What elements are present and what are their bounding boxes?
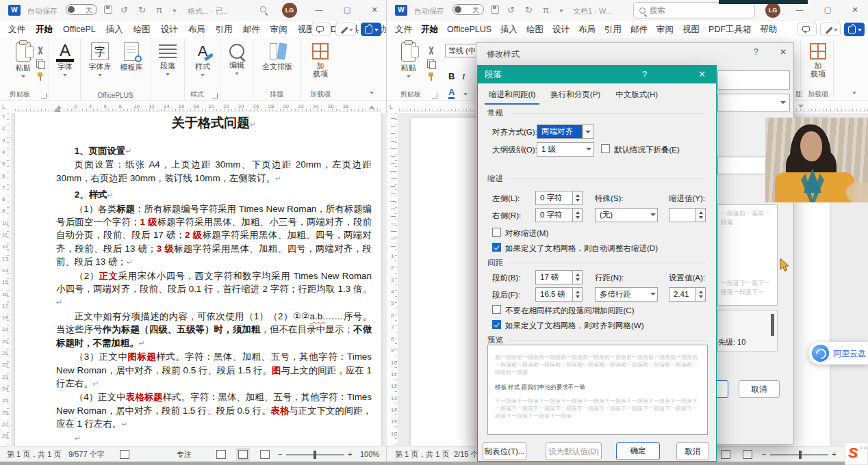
menu-tab[interactable]: 邮件: [243, 21, 260, 40]
indent-by-spinner[interactable]: [696, 208, 706, 222]
save-icon[interactable]: [491, 5, 499, 14]
menu-tab[interactable]: 帮助: [761, 21, 778, 40]
addins-button[interactable]: 加 载项: [806, 42, 830, 78]
cancel-button[interactable]: 取消: [676, 442, 709, 460]
equation-icon[interactable]: π: [543, 5, 549, 15]
format-painter-icon[interactable]: [426, 72, 436, 81]
share-button[interactable]: [361, 23, 381, 36]
word-count[interactable]: 2/15 个: [454, 447, 478, 462]
style-name-input[interactable]: [717, 70, 790, 90]
zoom-level[interactable]: 100%: [360, 447, 379, 462]
ribbon-collapse-icon[interactable]: [852, 92, 856, 94]
paragraph-button[interactable]: 段落: [156, 42, 179, 78]
cut-icon[interactable]: [426, 46, 436, 55]
ok-button[interactable]: 确定: [616, 442, 660, 460]
menu-tab[interactable]: 插入: [106, 21, 123, 40]
bold-button[interactable]: B: [448, 71, 455, 81]
space-after-spinner[interactable]: [573, 287, 583, 302]
avatar[interactable]: LG: [282, 3, 297, 18]
menu-tab[interactable]: PDF工具箱: [709, 21, 752, 40]
line-spacing-select[interactable]: 多倍行距: [595, 287, 658, 302]
maximize-button[interactable]: ▢: [815, 0, 840, 20]
menu-tab[interactable]: 插入: [500, 21, 518, 40]
horizontal-ruler[interactable]: 2468101214161820222426283032343638: [15, 103, 381, 112]
close-button[interactable]: ✕: [780, 47, 787, 57]
menu-tab[interactable]: 引用: [216, 21, 233, 40]
font-name-select[interactable]: 等线 (中: [445, 44, 477, 57]
dialog-tab[interactable]: 换行和分页(P): [546, 88, 604, 105]
read-mode-icon[interactable]: [216, 450, 226, 459]
paragraph-dialog-titlebar[interactable]: 段落 ? ✕: [478, 66, 716, 83]
menu-tab[interactable]: 设计: [161, 21, 178, 40]
undo-icon[interactable]: ↺: [507, 5, 515, 15]
vertical-ruler[interactable]: 12345678910111213141516: [388, 113, 398, 446]
share-button[interactable]: [844, 23, 865, 36]
space-after-input[interactable]: 16.5 磅: [535, 287, 573, 302]
comment-button[interactable]: [311, 23, 331, 36]
accessibility-icon[interactable]: [743, 450, 752, 459]
line-at-spinner[interactable]: [696, 287, 706, 302]
line-at-input[interactable]: 2.41: [669, 287, 696, 302]
indent-by-input[interactable]: [669, 208, 696, 222]
font-button[interactable]: A 字体: [55, 42, 75, 79]
menu-tab[interactable]: 绘图: [526, 21, 544, 40]
font-library-button[interactable]: 字 字体库: [85, 42, 115, 79]
close-button[interactable]: ✕: [843, 0, 867, 20]
draw-button[interactable]: [335, 23, 356, 36]
document-page[interactable]: 关于格式问题↵1、页面设置↵页面设置：纸张 A4，上页边距 30mm、下页边距 …: [15, 113, 381, 446]
tabs-button[interactable]: 制表位(T)...: [483, 442, 526, 460]
alignment-select[interactable]: 两端对齐: [537, 124, 583, 139]
horizontal-ruler[interactable]: [793, 103, 868, 112]
maximize-button[interactable]: ▢: [335, 0, 359, 20]
undo-icon[interactable]: ↺: [120, 5, 128, 15]
italic-button[interactable]: I: [462, 71, 465, 82]
zoom-out[interactable]: −: [278, 447, 282, 462]
chevron-down-icon[interactable]: [173, 10, 177, 12]
menu-tab[interactable]: 布局: [578, 21, 596, 40]
zoom-in[interactable]: +: [348, 447, 352, 462]
cut-icon[interactable]: [36, 46, 45, 55]
space-before-input[interactable]: 17 磅: [535, 270, 573, 284]
space-before-spinner[interactable]: [573, 270, 583, 284]
close-button[interactable]: ✕: [362, 0, 387, 20]
dialog-launcher-icon[interactable]: [41, 93, 47, 98]
zoom-slider[interactable]: [770, 454, 828, 455]
cancel-button[interactable]: 取消: [739, 380, 780, 398]
template-library-button[interactable]: 模板库: [116, 42, 146, 71]
indent-marker-icon[interactable]: [56, 105, 62, 109]
print-layout-icon[interactable]: [238, 450, 248, 459]
style-dropdown[interactable]: [717, 94, 790, 111]
chevron-down-icon[interactable]: [463, 93, 468, 96]
menu-tab[interactable]: 文件: [8, 21, 25, 40]
menu-tab[interactable]: OfficePL: [63, 21, 96, 40]
search-input[interactable]: 搜索: [633, 2, 755, 18]
proofing-icon[interactable]: [120, 450, 129, 459]
zoom-in[interactable]: +: [832, 447, 836, 462]
menu-tab[interactable]: 邮件: [630, 21, 648, 40]
right-indent-icon[interactable]: [369, 105, 374, 109]
copy-icon[interactable]: [426, 59, 436, 68]
zoom-slider-thumb[interactable]: [314, 451, 316, 459]
editing-button[interactable]: 编辑: [226, 42, 248, 77]
styles-button[interactable]: A 样式: [191, 42, 214, 79]
zoom-out[interactable]: −: [762, 447, 766, 462]
mirror-indents-checkbox[interactable]: [492, 228, 501, 237]
menu-tab[interactable]: 引用: [604, 21, 622, 40]
menu-tab[interactable]: 绘图: [133, 21, 151, 40]
indent-right-input[interactable]: 0 字符: [535, 208, 573, 222]
menu-tab[interactable]: 审阅: [270, 21, 288, 40]
indent-right-spinner[interactable]: [573, 208, 583, 222]
copy-icon[interactable]: [36, 59, 45, 68]
menu-tab[interactable]: 视图: [682, 21, 700, 40]
aliyun-drive-button[interactable]: 阿里云盘: [808, 342, 868, 364]
indent-left-spinner[interactable]: [573, 191, 583, 205]
help-button[interactable]: ?: [642, 69, 647, 79]
menu-tab[interactable]: 布局: [188, 21, 205, 40]
screen-recorder-badge[interactable]: S o u: [845, 442, 868, 465]
page-indicator[interactable]: 第 1 页，共 1 页: [395, 447, 449, 462]
fulltext-typeset-button[interactable]: 全文排版: [258, 42, 296, 70]
page-indicator[interactable]: 第 1 页，共 1 页: [7, 447, 61, 462]
autosave-toggle[interactable]: 关: [66, 4, 97, 15]
redo-icon[interactable]: ↻: [525, 5, 533, 15]
redo-icon[interactable]: ↻: [138, 5, 146, 15]
